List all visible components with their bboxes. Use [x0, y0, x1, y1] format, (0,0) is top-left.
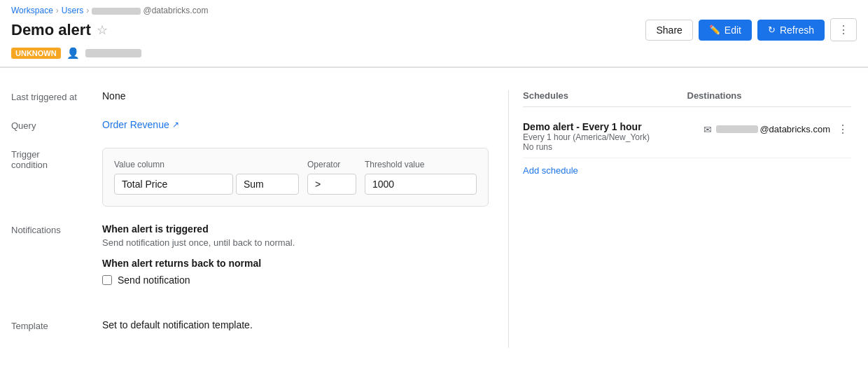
template-value: Set to default notification template.	[102, 319, 253, 330]
value-column-label: Value column	[114, 160, 299, 169]
email-suffix: @databricks.com	[760, 124, 830, 134]
breadcrumb-sep2: ›	[86, 6, 89, 15]
breadcrumb: Workspace › Users › @databricks.com	[11, 6, 857, 15]
trigger-condition-label: Triggercondition	[11, 148, 102, 170]
threshold-group: Threshold value	[365, 160, 477, 195]
email-blur	[716, 125, 758, 133]
breadcrumb-sep1: ›	[56, 6, 59, 15]
email-icon: ✉	[704, 124, 712, 135]
schedule-title: Demo alert - Every 1 hour	[523, 121, 698, 132]
operator-group: Operator	[307, 160, 356, 195]
value-column-tag-input[interactable]	[236, 174, 299, 195]
schedule-row: Demo alert - Every 1 hour Every 1 hour (…	[523, 116, 851, 158]
breadcrumb-user: @databricks.com	[92, 6, 208, 15]
last-triggered-label: Last triggered at	[11, 90, 102, 102]
star-icon[interactable]: ☆	[97, 22, 108, 38]
refresh-button[interactable]: ↻ Refresh	[757, 20, 825, 41]
more-options-button[interactable]: ⋮	[830, 18, 857, 41]
operator-input[interactable]	[307, 174, 356, 195]
send-notification-label: Send notification	[118, 274, 190, 286]
query-label: Query	[11, 119, 102, 131]
back-heading: When alert returns back to normal	[102, 258, 295, 269]
query-link-text: Order Revenue	[102, 119, 169, 130]
schedules-col-header: Schedules	[523, 90, 687, 106]
triggered-heading: When alert is triggered	[102, 223, 295, 235]
title-left: Demo alert ☆	[11, 21, 108, 39]
notifications-row: Notifications When alert is triggered Se…	[11, 223, 508, 302]
destination-info: ✉ @databricks.com ⋮	[704, 121, 851, 137]
schedule-subtitle: Every 1 hour (America/New_York)	[523, 132, 698, 142]
title-row: Demo alert ☆ Share ✏️ Edit ↻ Refresh ⋮	[11, 18, 857, 41]
breadcrumb-users[interactable]: Users	[62, 6, 83, 15]
top-bar: Workspace › Users › @databricks.com Demo…	[0, 0, 868, 67]
left-panel: Last triggered at None Query Order Reven…	[11, 90, 508, 348]
query-row: Query Order Revenue ↗	[11, 119, 508, 131]
add-schedule-link[interactable]: Add schedule	[523, 165, 578, 176]
trigger-condition-row: Triggercondition Value column Operator	[11, 148, 508, 207]
threshold-label: Threshold value	[365, 160, 477, 169]
trigger-fields: Value column Operator Threshold value	[114, 160, 477, 195]
query-link[interactable]: Order Revenue ↗	[102, 119, 179, 130]
checkbox-row: Send notification	[102, 274, 295, 286]
panel-headers: Schedules Destinations	[523, 90, 851, 107]
breadcrumb-workspace[interactable]: Workspace	[11, 6, 53, 15]
operator-label: Operator	[307, 160, 356, 169]
edit-button[interactable]: ✏️ Edit	[699, 20, 752, 41]
user-icon: 👤	[66, 47, 80, 60]
last-triggered-value: None	[102, 90, 125, 102]
edit-label: Edit	[724, 25, 741, 36]
threshold-input[interactable]	[365, 174, 477, 195]
breadcrumb-domain: @databricks.com	[144, 6, 209, 15]
trigger-box: Value column Operator Threshold value	[102, 148, 489, 207]
user-name-redacted	[85, 49, 141, 57]
last-triggered-row: Last triggered at None	[11, 90, 508, 102]
page-wrapper: Workspace › Users › @databricks.com Demo…	[0, 0, 868, 376]
external-link-icon: ↗	[172, 120, 179, 130]
triggered-text: Send notification just once, until back …	[102, 237, 295, 248]
header-divider	[0, 67, 868, 68]
email-redacted: @databricks.com	[716, 124, 830, 134]
template-row: Template Set to default notification tem…	[11, 319, 508, 331]
notifications-section: When alert is triggered Send notificatio…	[102, 223, 295, 286]
notifications-label: Notifications	[11, 223, 102, 235]
share-button[interactable]: Share	[645, 20, 692, 41]
meta-row: UNKNOWN 👤	[11, 47, 857, 60]
destinations-col-header: Destinations	[687, 90, 852, 106]
title-right: Share ✏️ Edit ↻ Refresh ⋮	[645, 18, 857, 41]
schedule-info: Demo alert - Every 1 hour Every 1 hour (…	[523, 121, 698, 152]
template-label: Template	[11, 319, 102, 331]
value-column-group: Value column	[114, 160, 299, 195]
value-column-input[interactable]	[114, 174, 233, 195]
status-badge: UNKNOWN	[11, 48, 61, 59]
refresh-label: Refresh	[780, 25, 814, 36]
refresh-icon: ↻	[768, 25, 776, 35]
destination-more-button[interactable]: ⋮	[834, 121, 851, 137]
page-title: Demo alert	[11, 21, 91, 39]
schedule-runs: No runs	[523, 142, 698, 152]
right-panel: Schedules Destinations Demo alert - Ever…	[508, 90, 851, 348]
send-notification-checkbox[interactable]	[102, 275, 112, 285]
edit-icon: ✏️	[709, 25, 720, 35]
main-content: Last triggered at None Query Order Reven…	[0, 79, 868, 359]
value-column-inputs	[114, 174, 299, 195]
